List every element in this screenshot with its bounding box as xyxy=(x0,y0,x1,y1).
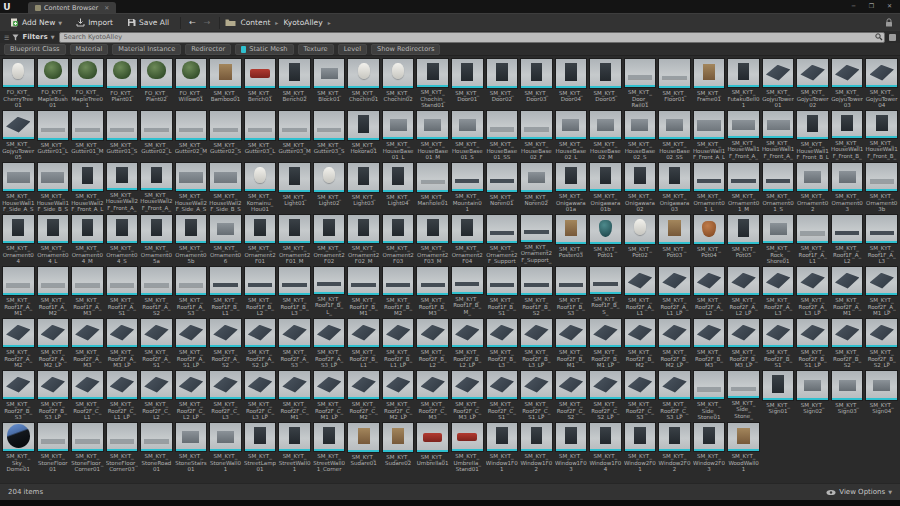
asset-tile[interactable]: SM_​KYT_​Pot01 xyxy=(589,214,622,264)
asset-tile[interactable]: SM_​KYT_​HouseWall2F_​Front_​A_​S xyxy=(140,162,173,212)
asset-tile[interactable]: SM_​KYT_​Roof2F_​A_​L2 xyxy=(693,266,726,316)
save-all-button[interactable]: Save All xyxy=(121,15,175,30)
forward-button[interactable]: → xyxy=(201,18,214,27)
asset-tile[interactable]: SM_​KYT_​Light03 xyxy=(347,162,380,212)
asset-tile[interactable]: SM_​KYT_​Bench02 xyxy=(278,58,311,108)
asset-tile[interactable]: SM_​KYT_​Gutter02_​L xyxy=(140,110,173,160)
asset-tile[interactable]: SM_​KYT_​Roof1F_​B_​L3 xyxy=(278,266,311,316)
asset-tile[interactable]: SM_​KYT_​Roof1F_​A_​M2 xyxy=(37,266,70,316)
asset-tile[interactable]: SM_​KYT_​Roof2F_​B_​S3 xyxy=(2,370,35,420)
asset-tile[interactable]: SM_​KYT_​Roof1F_​A_​L2 xyxy=(831,214,864,264)
asset-tile[interactable]: SM_​KYT_​Side_​Stone_​Corner01 xyxy=(727,370,760,420)
asset-tile[interactable]: SM_​KYT_​HouseWall2F_​Front_​A_​L xyxy=(71,162,104,212)
asset-tile[interactable]: SM_​KYT_​Roof2F_​B_​M2 xyxy=(624,318,657,368)
asset-tile[interactable]: SM_​KYT_​Ornament2F01_​M xyxy=(278,214,311,264)
asset-tile[interactable]: SM_​KYT_​Roof2F_​A_​S3 xyxy=(278,318,311,368)
asset-tile[interactable]: SM_​KYT_​Onigawara01a xyxy=(555,162,588,212)
breadcrumb-kyotoalley[interactable]: KyotoAlley xyxy=(280,18,325,27)
asset-tile[interactable]: SM_​KYT_​Gutter02_​S xyxy=(209,110,242,160)
lock-icon[interactable] xyxy=(885,18,893,27)
asset-tile[interactable]: SM_​KYT_​Window2F03 xyxy=(693,422,726,472)
asset-tile[interactable]: SM_​KYT_​Ornament2F02_​M xyxy=(347,214,380,264)
asset-tile[interactable]: SM_​KYT_​Ornament02 xyxy=(796,162,829,212)
asset-tile[interactable]: SM_​KYT_​Block01 xyxy=(313,58,346,108)
asset-tile[interactable]: SM_​KYT_​Roof1F_​B_​M3 xyxy=(416,266,449,316)
sources-panel-toggle-icon[interactable]: ☰ xyxy=(4,34,8,41)
add-new-button[interactable]: Add New ▼ xyxy=(4,15,68,30)
asset-tile[interactable]: SM_​KYT_​Roof2F_​B_​M3_​LP xyxy=(727,318,760,368)
asset-tile[interactable]: SM_​KYT_​HouseWall2F_​Side_​A_​S xyxy=(175,162,208,212)
asset-tile[interactable]: SM_​KYT_​Ornament2F_​Support_​M xyxy=(520,214,553,264)
asset-tile[interactable]: FO_​KYT_​MapleBush01 xyxy=(37,58,70,108)
asset-tile[interactable]: SM_​KYT_​Light02 xyxy=(313,162,346,212)
asset-tile[interactable]: SM_​KYT_​Roof2F_​A_​M1_​LP xyxy=(865,266,898,316)
asset-tile[interactable]: SM_​KYT_​HouseBase02_​L xyxy=(555,110,588,160)
asset-tile[interactable]: SM_​KYT_​Umbrella01 xyxy=(416,422,449,472)
asset-tile[interactable]: SM_​KYT_​Sign01 xyxy=(762,370,795,420)
asset-tile[interactable]: SM_​KYT_​Roof1F_​A_​M1 xyxy=(2,266,35,316)
asset-tile[interactable]: SM_​KYT_​Gutter03_​M xyxy=(278,110,311,160)
asset-tile[interactable]: SM_​KYT_​Rock_​Shore01 xyxy=(762,214,795,264)
asset-tile[interactable]: SM_​KYT_​Door_​Rail01 xyxy=(624,58,657,108)
filter-chip-material[interactable]: Material xyxy=(70,44,109,55)
asset-tile[interactable]: SM_​KYT_​Ornament04_​L xyxy=(37,214,70,264)
asset-tile[interactable]: SM_​KYT_​Noren01 xyxy=(486,162,519,212)
asset-tile[interactable]: SM_​KYT_​HouseBase01_​L xyxy=(382,110,415,160)
asset-tile[interactable]: SM_​KYT_​Roof1F_​B_​M1 xyxy=(347,266,380,316)
asset-tile[interactable]: SM_​KYT_​Door03 xyxy=(520,58,553,108)
asset-tile[interactable]: SM_​KYT_​Ornament2F02 xyxy=(313,214,346,264)
asset-tile[interactable]: SM_​KYT_​Light04 xyxy=(382,162,415,212)
asset-tile[interactable]: SM_​KYT_​HouseWall1F_​Front_​B_​S xyxy=(865,110,898,160)
asset-tile[interactable]: SM_​KYT_​Roof1F_​B_​M2 xyxy=(382,266,415,316)
asset-tile[interactable]: SM_​KYT_​HouseWall1F_​Front_​A_​M xyxy=(727,110,760,160)
asset-tile[interactable]: SM_​KYT_​Roof1F_​B_​S1 xyxy=(486,266,519,316)
asset-tile[interactable]: SM_​KYT_​Roof1F_​A_​S3 xyxy=(175,266,208,316)
asset-tile[interactable]: SM_​KYT_​Roof2F_​C_​M2 xyxy=(347,370,380,420)
asset-tile[interactable]: SM_​KYT_​Roof2F_​A_​M2_​LP xyxy=(37,318,70,368)
asset-tile[interactable]: SM_​KYT_​Sign04 xyxy=(865,370,898,420)
asset-tile[interactable]: SM_​KYT_​Roof2F_​B_​L3_​LP xyxy=(520,318,553,368)
asset-tile[interactable]: FO_​KYT_​MapleTree01 xyxy=(71,58,104,108)
save-search-button[interactable] xyxy=(889,34,896,41)
view-options-button[interactable]: View Options ▼ xyxy=(826,488,892,496)
asset-tile[interactable]: SM_​KYT_​Ornament04_​M xyxy=(71,214,104,264)
asset-tile[interactable]: SM_​KYT_​Roof2F_​A_​M1 xyxy=(831,266,864,316)
asset-tile[interactable]: SM_​KYT_​Roof2F_​C_​M3 xyxy=(416,370,449,420)
asset-tile[interactable]: SM_​KYT_​HouseBase02_​F xyxy=(520,110,553,160)
tab-close-icon[interactable]: ✕ xyxy=(104,4,109,11)
asset-tile[interactable]: SM_​KYT_​Umbrella_​Stand01 xyxy=(451,422,484,472)
filter-chip-blueprint-class[interactable]: Blueprint Class xyxy=(4,44,66,55)
asset-tile[interactable]: SM_​KYT_​Roof2F_​A_​S3_​LP xyxy=(313,318,346,368)
asset-tile[interactable]: SM_​KYT_​Pot02 xyxy=(624,214,657,264)
asset-tile[interactable]: SM_​KYT_​Roof1F_​A_​S1 xyxy=(106,266,139,316)
asset-tile[interactable]: SM_​KYT_​HouseBase02_​M xyxy=(589,110,622,160)
asset-tile[interactable]: SM_​KYT_​Roof2F_​A_​S1 xyxy=(140,318,173,368)
asset-tile[interactable]: SM_​KYT_​Ornament03 xyxy=(831,162,864,212)
asset-tile[interactable]: SM_​KYT_​HouseWall2F_​Side_​B_​S xyxy=(209,162,242,212)
import-button[interactable]: Import xyxy=(70,15,119,30)
asset-tile[interactable]: SM_​KYT_​Ornament05b xyxy=(175,214,208,264)
asset-tile[interactable]: SM_​KYT_​Chochin02 xyxy=(382,58,415,108)
asset-tile[interactable]: SM_​KYT_​Roof1F_​A_​L1 xyxy=(796,214,829,264)
asset-tile[interactable]: SM_​KYT_​StreetLamp01 xyxy=(244,422,277,472)
asset-tile[interactable]: SM_​KYT_​Roof2F_​A_​S1_​LP xyxy=(175,318,208,368)
asset-tile[interactable]: SM_​KYT_​Roof2F_​B_​L2 xyxy=(416,318,449,368)
asset-tile[interactable]: SM_​KYT_​Ornament2F03 xyxy=(382,214,415,264)
asset-tile[interactable]: SM_​KYT_​StoneStairs01 xyxy=(175,422,208,472)
asset-tile[interactable]: SM_​KYT_​Roof1F_​B_​M_​Ornament xyxy=(451,266,484,316)
asset-tile[interactable]: SM_​KYT_​Roof2F_​C_​S1_​LP xyxy=(520,370,553,420)
asset-tile[interactable]: SM_​KYT_​StoneRoad01 xyxy=(140,422,173,472)
filter-chip-redirector[interactable]: Redirector xyxy=(185,44,231,55)
asset-tile[interactable]: SM_​KYT_​Roof2F_​A_​L2_​LP xyxy=(727,266,760,316)
asset-tile[interactable]: SM_​KYT_​StreetWall01 xyxy=(278,422,311,472)
asset-tile[interactable]: SM_​KYT_​Chochin_​Stand01 xyxy=(416,58,449,108)
asset-tile[interactable]: SM_​KYT_​Ornament2F04 xyxy=(451,214,484,264)
asset-tile[interactable]: SM_​KYT_​Roof2F_​C_​S2_​LP xyxy=(589,370,622,420)
asset-tile[interactable]: SM_​KYT_​Roof2F_​A_​L1 xyxy=(624,266,657,316)
asset-tile[interactable]: SM_​KYT_​Manhole01 xyxy=(416,162,449,212)
asset-tile[interactable]: SM_​KYT_​Roof2F_​C_​S3 xyxy=(624,370,657,420)
asset-tile[interactable]: SM_​KYT_​Chochin01 xyxy=(347,58,380,108)
asset-tile[interactable]: SM_​KYT_​Roof2F_​A_​L3 xyxy=(762,266,795,316)
asset-tile[interactable]: SM_​KYT_​GojyuTower03 xyxy=(831,58,864,108)
asset-tile[interactable]: SM_​KYT_​Roof2F_​A_​M3_​LP xyxy=(106,318,139,368)
